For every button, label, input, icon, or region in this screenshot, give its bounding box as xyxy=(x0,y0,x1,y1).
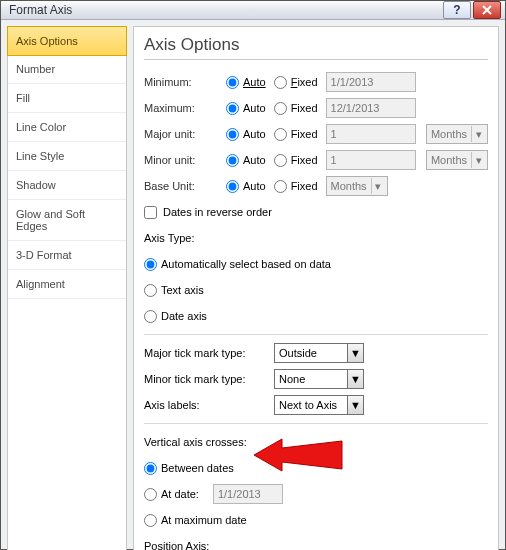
minor-unit-label: Minor unit: xyxy=(144,154,226,166)
reverse-order-checkbox[interactable]: Dates in reverse order xyxy=(144,206,272,219)
dialog-window: Format Axis ? Axis Options Number Fill L… xyxy=(0,0,506,550)
axis-type-auto-radio[interactable]: Automatically select based on data xyxy=(144,258,331,271)
minor-auto-radio[interactable]: Auto xyxy=(226,154,266,167)
axis-type-label: Axis Type: xyxy=(144,232,195,244)
nav-3d-format[interactable]: 3-D Format xyxy=(8,241,126,270)
titlebar[interactable]: Format Axis ? xyxy=(1,1,505,20)
maximum-value-input[interactable] xyxy=(326,98,416,118)
nav-shadow[interactable]: Shadow xyxy=(8,171,126,200)
crosses-label: Vertical axis crosses: xyxy=(144,436,247,448)
position-axis-label: Position Axis: xyxy=(144,540,209,550)
minor-tick-label: Minor tick mark type: xyxy=(144,373,274,385)
crosses-atmax-radio[interactable]: At maximum date xyxy=(144,514,247,527)
major-tick-label: Major tick mark type: xyxy=(144,347,274,359)
minimum-fixed-radio[interactable]: Fixed xyxy=(274,76,318,89)
panel-heading: Axis Options xyxy=(144,35,488,60)
chevron-down-icon: ▾ xyxy=(471,126,485,142)
axis-labels-dropdown[interactable]: Next to Axis▼ xyxy=(274,395,364,415)
nav-alignment[interactable]: Alignment xyxy=(8,270,126,299)
chevron-down-icon: ▼ xyxy=(347,370,363,388)
maximum-auto-radio[interactable]: Auto xyxy=(226,102,266,115)
nav-number[interactable]: Number xyxy=(8,55,126,84)
nav-line-style[interactable]: Line Style xyxy=(8,142,126,171)
base-fixed-radio[interactable]: Fixed xyxy=(274,180,318,193)
base-unit-dropdown[interactable]: Months▾ xyxy=(326,176,388,196)
nav-glow[interactable]: Glow and Soft Edges xyxy=(8,200,126,241)
nav-axis-options[interactable]: Axis Options xyxy=(7,26,127,56)
minimum-value-input[interactable] xyxy=(326,72,416,92)
minor-fixed-radio[interactable]: Fixed xyxy=(274,154,318,167)
minor-tick-dropdown[interactable]: None▼ xyxy=(274,369,364,389)
major-auto-radio[interactable]: Auto xyxy=(226,128,266,141)
chevron-down-icon: ▾ xyxy=(371,178,385,194)
base-auto-radio[interactable]: Auto xyxy=(226,180,266,193)
nav-line-color[interactable]: Line Color xyxy=(8,113,126,142)
crosses-atdate-radio[interactable]: At date: xyxy=(144,488,199,501)
close-window-button[interactable] xyxy=(473,1,501,19)
chevron-down-icon: ▼ xyxy=(347,396,363,414)
axis-type-date-radio[interactable]: Date axis xyxy=(144,310,207,323)
close-icon xyxy=(482,5,492,15)
chevron-down-icon: ▾ xyxy=(471,152,485,168)
chevron-down-icon: ▼ xyxy=(347,344,363,362)
nav-fill[interactable]: Fill xyxy=(8,84,126,113)
category-nav: Axis Options Number Fill Line Color Line… xyxy=(7,26,127,550)
window-title: Format Axis xyxy=(9,3,72,17)
minimum-auto-radio[interactable]: Auto xyxy=(226,76,266,89)
major-tick-dropdown[interactable]: Outside▼ xyxy=(274,343,364,363)
major-unit-label: Major unit: xyxy=(144,128,226,140)
axis-labels-label: Axis labels: xyxy=(144,399,274,411)
maximum-label: Maximum: xyxy=(144,102,226,114)
help-button[interactable]: ? xyxy=(443,1,471,19)
minimum-label: Minimum: xyxy=(144,76,226,88)
major-unit-dropdown[interactable]: Months▾ xyxy=(426,124,488,144)
minor-value-input[interactable] xyxy=(326,150,416,170)
maximum-fixed-radio[interactable]: Fixed xyxy=(274,102,318,115)
major-value-input[interactable] xyxy=(326,124,416,144)
major-fixed-radio[interactable]: Fixed xyxy=(274,128,318,141)
crosses-atdate-input[interactable] xyxy=(213,484,283,504)
options-panel: Axis Options Minimum: Auto Fixed Maximum… xyxy=(133,26,499,550)
axis-type-text-radio[interactable]: Text axis xyxy=(144,284,204,297)
minor-unit-dropdown[interactable]: Months▾ xyxy=(426,150,488,170)
base-unit-label: Base Unit: xyxy=(144,180,226,192)
crosses-between-radio[interactable]: Between dates xyxy=(144,462,234,475)
